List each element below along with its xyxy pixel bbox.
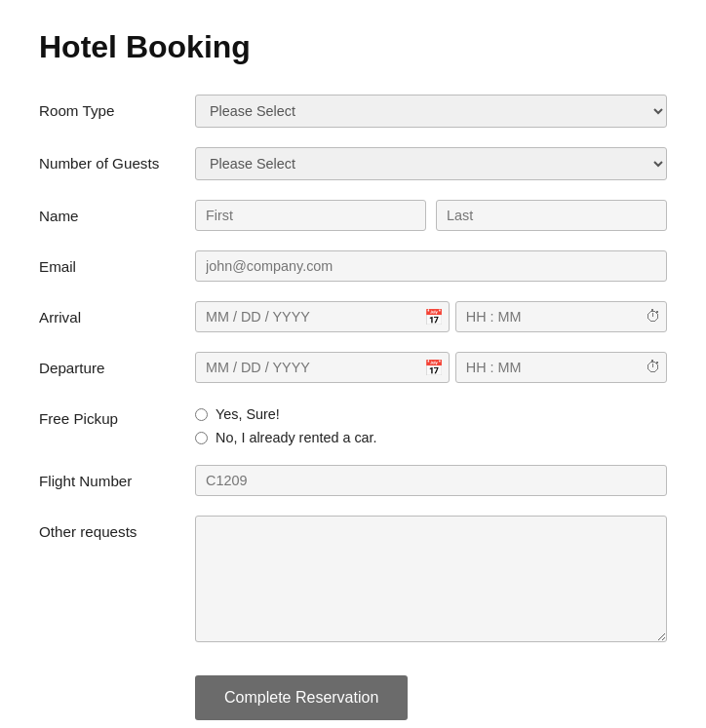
pickup-yes-label: Yes, Sure!	[216, 406, 280, 422]
name-row: Name	[39, 200, 667, 231]
pickup-row: Free Pickup Yes, Sure! No, I already ren…	[39, 402, 667, 445]
requests-control	[195, 516, 667, 646]
pickup-yes-option[interactable]: Yes, Sure!	[195, 406, 377, 422]
email-label: Email	[39, 250, 195, 275]
arrival-date-input[interactable]	[195, 301, 450, 332]
pickup-options: Yes, Sure! No, I already rented a car.	[195, 402, 377, 445]
last-name-input[interactable]	[436, 200, 667, 231]
guests-control: Please Select 1 2 3 4	[195, 147, 667, 180]
first-name-input[interactable]	[195, 200, 426, 231]
email-control	[195, 250, 667, 282]
email-input[interactable]	[195, 250, 667, 282]
arrival-time-input[interactable]	[455, 301, 667, 332]
requests-textarea[interactable]	[195, 516, 667, 642]
arrival-date-wrap: 📅	[195, 301, 450, 332]
departure-time-input[interactable]	[455, 352, 667, 383]
pickup-no-radio[interactable]	[195, 432, 208, 444]
pickup-yes-radio[interactable]	[195, 408, 208, 421]
room-type-select[interactable]: Please Select Single Double Suite	[195, 95, 667, 128]
flight-row: Flight Number	[39, 465, 667, 496]
flight-input[interactable]	[195, 465, 667, 496]
pickup-no-option[interactable]: No, I already rented a car.	[195, 430, 377, 445]
name-inputs	[195, 200, 667, 231]
page-title: Hotel Booking	[39, 29, 667, 65]
pickup-label: Free Pickup	[39, 402, 195, 427]
submit-button[interactable]: Complete Reservation	[195, 675, 408, 720]
arrival-time-wrap: ⏱	[455, 301, 667, 332]
arrival-row: Arrival 📅 ⏱	[39, 301, 667, 332]
arrival-label: Arrival	[39, 301, 195, 326]
room-type-control: Please Select Single Double Suite	[195, 95, 667, 128]
room-type-label: Room Type	[39, 95, 195, 119]
name-label: Name	[39, 200, 195, 224]
guests-label: Number of Guests	[39, 147, 195, 172]
requests-label: Other requests	[39, 516, 195, 540]
departure-label: Departure	[39, 352, 195, 376]
flight-control	[195, 465, 667, 496]
departure-row: Departure 📅 ⏱	[39, 352, 667, 383]
room-type-row: Room Type Please Select Single Double Su…	[39, 95, 667, 128]
departure-date-wrap: 📅	[195, 352, 450, 383]
submit-row: Complete Reservation	[39, 666, 667, 720]
guests-select[interactable]: Please Select 1 2 3 4	[195, 147, 667, 180]
departure-datetime: 📅 ⏱	[195, 352, 667, 383]
departure-date-input[interactable]	[195, 352, 450, 383]
requests-row: Other requests	[39, 516, 667, 646]
pickup-no-label: No, I already rented a car.	[216, 430, 377, 445]
arrival-datetime: 📅 ⏱	[195, 301, 667, 332]
flight-label: Flight Number	[39, 465, 195, 489]
departure-time-wrap: ⏱	[455, 352, 667, 383]
email-row: Email	[39, 250, 667, 282]
guests-row: Number of Guests Please Select 1 2 3 4	[39, 147, 667, 180]
